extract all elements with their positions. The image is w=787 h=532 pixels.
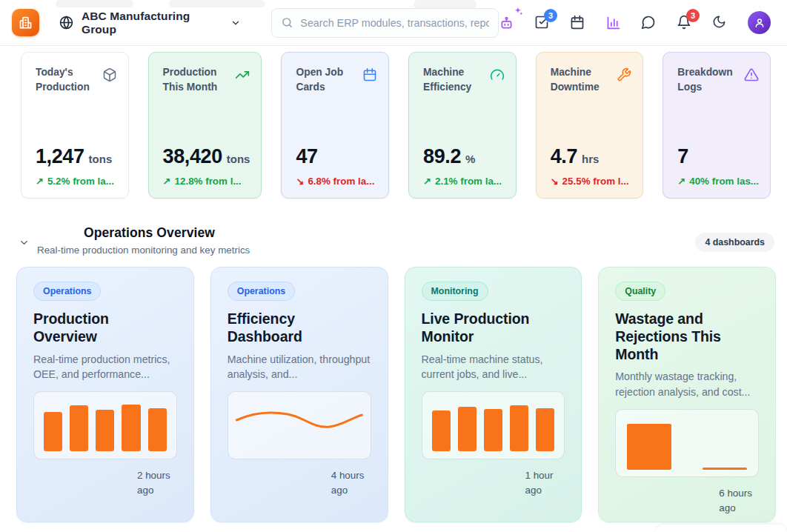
sparkles-icon	[513, 6, 524, 17]
chevron-down-icon	[19, 237, 30, 248]
dashboard-title: Live Production Monitor	[422, 310, 554, 346]
trend-down-icon: ↘	[551, 176, 559, 187]
last-updated: 2 hours ago	[33, 468, 177, 498]
chevron-down-icon	[230, 18, 241, 28]
calendar-icon	[570, 15, 585, 30]
kpi-unit: tons	[227, 153, 250, 165]
section-title: Operations Overview	[84, 225, 771, 241]
kpi-card-production-month[interactable]: Production This Month 38,420 tons ↗ 12.8…	[148, 52, 262, 199]
kpi-card-breakdown-logs[interactable]: Breakdown Logs 7 ↗ 40% from las...	[663, 52, 771, 199]
kpi-card-todays-production[interactable]: Today's Production 1,247 tons ↗ 5.2% fro…	[21, 52, 129, 199]
bar-chart-thumbnail	[33, 391, 177, 459]
header-actions: 3 3	[499, 11, 775, 34]
alert-triangle-icon	[744, 67, 759, 82]
last-updated: 4 hours ago	[228, 468, 371, 498]
app-logo[interactable]	[12, 9, 39, 36]
wrench-icon	[617, 67, 631, 82]
kpi-card-open-job-cards[interactable]: Open Job Cards 47 ↘ 6.8% from la...	[281, 52, 389, 199]
kpi-value: 1,247	[36, 145, 84, 168]
dashboard-card-wastage-rejections[interactable]: Quality Wastage and Rejections This Mont…	[598, 267, 776, 522]
collapse-section-button[interactable]	[19, 237, 30, 248]
notifications-button[interactable]: 3	[677, 15, 692, 30]
kpi-card-machine-downtime[interactable]: Machine Downtime 4.7 hrs ↘ 25.5% from l.…	[536, 52, 644, 199]
notifications-count-badge: 3	[686, 9, 700, 22]
company-name: ABC Manufacturing Group	[82, 10, 218, 36]
robot-icon	[499, 15, 514, 30]
trend-up-icon: ↗	[163, 176, 171, 187]
cut-off-content	[414, 0, 476, 9]
dashboard-card-efficiency-dashboard[interactable]: Operations Efficiency Dashboard Machine …	[210, 267, 388, 522]
dashboards-row: Operations Production Overview Real-time…	[0, 267, 787, 522]
trend-up-icon: ↗	[677, 176, 685, 187]
category-badge: Operations	[33, 282, 101, 301]
operations-overview-header: Operations Overview Real-time production…	[0, 225, 787, 256]
kpi-value: 4.7	[551, 145, 577, 168]
section-subtitle: Real-time production monitoring and key …	[37, 245, 771, 256]
kpi-title: Today's Production	[36, 65, 94, 95]
dashboard-description: Real-time machine status, current jobs, …	[422, 352, 565, 382]
company-selector[interactable]: ABC Manufacturing Group	[59, 10, 241, 36]
kpi-change: ↘ 6.8% from la...	[296, 176, 377, 187]
last-updated: 1 hour ago	[422, 468, 565, 498]
trend-down-icon: ↘	[296, 176, 304, 187]
dashboard-card-live-production-monitor[interactable]: Monitoring Live Production Monitor Real-…	[405, 267, 582, 522]
calendar-button[interactable]	[570, 15, 585, 30]
kpi-title: Production This Month	[163, 65, 226, 95]
dashboard-description: Machine utilization, throughput analysis…	[228, 352, 371, 382]
dashboard-description: Real-time production metrics, OEE, and p…	[33, 352, 177, 382]
bar-chart-icon	[605, 15, 621, 30]
trend-up-icon: ↗	[36, 176, 44, 187]
global-search[interactable]	[271, 8, 499, 38]
bar-chart-thumbnail	[615, 409, 759, 477]
messages-button[interactable]	[641, 15, 657, 30]
dashboard-card-production-overview[interactable]: Operations Production Overview Real-time…	[16, 267, 194, 522]
kpi-unit: tons	[89, 153, 113, 165]
bottom-popup-edge	[655, 525, 787, 532]
trend-line	[236, 413, 362, 427]
dashboards-count-badge: 4 dashboards	[695, 233, 774, 252]
kpi-change: ↗ 12.8% from l...	[163, 176, 250, 187]
line-chart-thumbnail	[228, 391, 371, 459]
globe-icon	[59, 16, 73, 30]
cut-off-content	[169, 0, 265, 7]
kpi-change: ↗ 40% from las...	[677, 176, 759, 187]
dashboard-title: Wastage and Rejections This Month	[615, 310, 747, 363]
dark-mode-toggle[interactable]	[712, 15, 728, 30]
tasks-button[interactable]: 3	[534, 15, 550, 30]
cut-off-content	[56, 0, 133, 7]
user-avatar[interactable]	[748, 11, 771, 34]
kpi-title: Machine Efficiency	[423, 65, 482, 95]
bar-chart-thumbnail	[422, 391, 565, 459]
analytics-button[interactable]	[605, 15, 621, 30]
kpi-title: Open Job Cards	[296, 65, 354, 95]
kpi-card-machine-efficiency[interactable]: Machine Efficiency 89.2 % ↗ 2.1% from la…	[408, 52, 517, 199]
last-updated: 6 hours ago	[615, 486, 759, 516]
trending-up-icon	[235, 67, 250, 82]
kpi-change: ↗ 2.1% from la...	[423, 176, 505, 187]
dashboard-description: Monthly wastage tracking, rejection anal…	[615, 369, 759, 399]
dashboard-title: Efficiency Dashboard	[228, 310, 359, 346]
category-badge: Monitoring	[422, 282, 488, 301]
kpi-unit: hrs	[582, 153, 599, 165]
kpi-title: Machine Downtime	[551, 65, 609, 95]
factory-icon	[18, 15, 33, 30]
kpi-change: ↘ 25.5% from l...	[551, 176, 632, 187]
trend-up-icon: ↗	[423, 176, 431, 187]
category-badge: Quality	[615, 282, 665, 301]
search-input[interactable]	[300, 17, 489, 29]
kpi-row: Today's Production 1,247 tons ↗ 5.2% fro…	[0, 46, 787, 199]
package-icon	[102, 67, 117, 82]
tasks-count-badge: 3	[544, 9, 557, 22]
ai-assistant-button[interactable]	[499, 15, 514, 30]
kpi-title: Breakdown Logs	[677, 65, 736, 95]
kpi-value: 7	[677, 145, 688, 168]
top-bar: ABC Manufacturing Group 3	[0, 0, 787, 46]
calendar-icon	[362, 67, 377, 82]
chat-bubble-icon	[641, 15, 656, 30]
category-badge: Operations	[228, 282, 295, 301]
moon-icon	[712, 15, 726, 29]
search-icon	[281, 16, 293, 29]
kpi-change: ↗ 5.2% from la...	[36, 176, 117, 187]
dashboard-title: Production Overview	[33, 310, 165, 346]
user-icon	[754, 17, 766, 29]
